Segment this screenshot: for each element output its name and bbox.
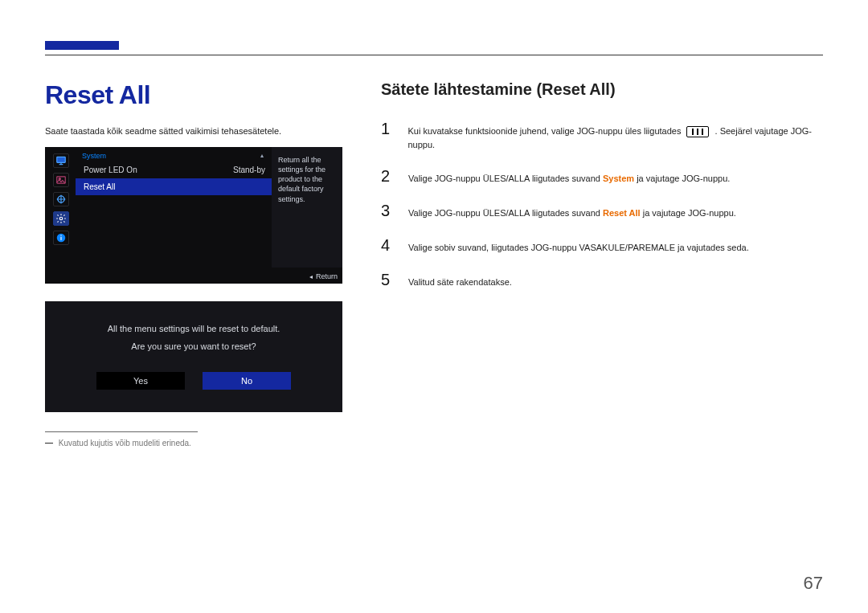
osd-menu-screenshot: System ▴ Power LED On Stand-by Reset All… [45,147,342,284]
footnote: ― Kuvatud kujutis võib mudeliti erineda. [45,439,342,447]
step-number: 2 [381,167,394,186]
right-column: Sätete lähtestamine (Reset All) 1 Kui ku… [381,80,823,447]
step-text: Valige sobiv suvand, liigutades JOG-nupp… [408,241,749,255]
picture-icon [53,173,69,187]
osd-row-label: Power LED On [84,166,137,174]
monitor-icon [53,153,69,168]
dialog-no-button: No [203,372,291,390]
osd-return-label: Return [309,272,338,280]
osd-row-label: Reset All [84,182,115,191]
resize-icon [53,192,69,206]
step-1: 1 Kui kuvatakse funktsioonide juhend, va… [381,120,823,151]
page-content: Reset All Saate taastada kõik seadme sät… [45,80,823,447]
step-number: 5 [381,271,394,289]
osd-help-panel: Return all the settings for the product … [272,147,342,268]
left-column: Reset All Saate taastada kõik seadme sät… [45,80,342,447]
dialog-buttons: Yes No [96,372,291,390]
footnote-dash: ― [45,439,53,447]
svg-point-3 [59,217,63,220]
footnote-text: Kuvatud kujutis võib mudeliti erineda. [59,439,191,447]
osd-body: System ▴ Power LED On Stand-by Reset All… [76,147,342,284]
settings-gear-icon [53,211,69,226]
step-5: 5 Valitud säte rakendatakse. [381,271,823,289]
footnote-rule [45,431,198,432]
dialog-line-1: All the menu settings will be reset to d… [108,324,280,333]
dialog-line-2: Are you sure you want to reset? [131,341,256,351]
step-text: Valitud säte rakendatakse. [408,276,512,289]
confirm-dialog-screenshot: All the menu settings will be reset to d… [45,301,342,412]
osd-row-value: Stand-by [233,166,265,174]
step-text: Valige JOG-nuppu ÜLES/ALLA liigutades su… [408,172,730,186]
keyword-reset-all: Reset All [603,208,641,218]
dialog-yes-button: Yes [96,372,185,390]
step-3: 3 Valige JOG-nuppu ÜLES/ALLA liigutades … [381,202,823,220]
step-number: 4 [381,236,394,255]
step-text: Kui kuvatakse funktsioonide juhend, vali… [407,125,823,151]
osd-pager-up-icon: ▴ [260,152,264,159]
svg-rect-5 [60,237,61,240]
header-accent-bar [45,41,119,50]
header-rule [45,55,823,55]
subsection-title: Sätete lähtestamine (Reset All) [381,80,823,99]
keyword-system: System [603,174,634,183]
page-number: 67 [804,573,823,594]
section-title: Reset All [45,80,342,110]
step-4: 4 Valige sobiv suvand, liigutades JOG-nu… [381,236,823,255]
info-icon [53,231,69,245]
svg-rect-6 [60,235,61,236]
svg-rect-0 [57,157,66,162]
steps-list: 1 Kui kuvatakse funktsioonide juhend, va… [381,120,823,289]
osd-sidebar [50,153,72,245]
step-number: 3 [381,202,394,220]
intro-text: Saate taastada kõik seadme sätted vaikim… [45,126,342,136]
step-text: Valige JOG-nuppu ÜLES/ALLA liigutades su… [408,206,736,220]
jog-menu-icon [686,126,709,137]
step-number: 1 [381,120,393,138]
step-2: 2 Valige JOG-nuppu ÜLES/ALLA liigutades … [381,167,823,186]
